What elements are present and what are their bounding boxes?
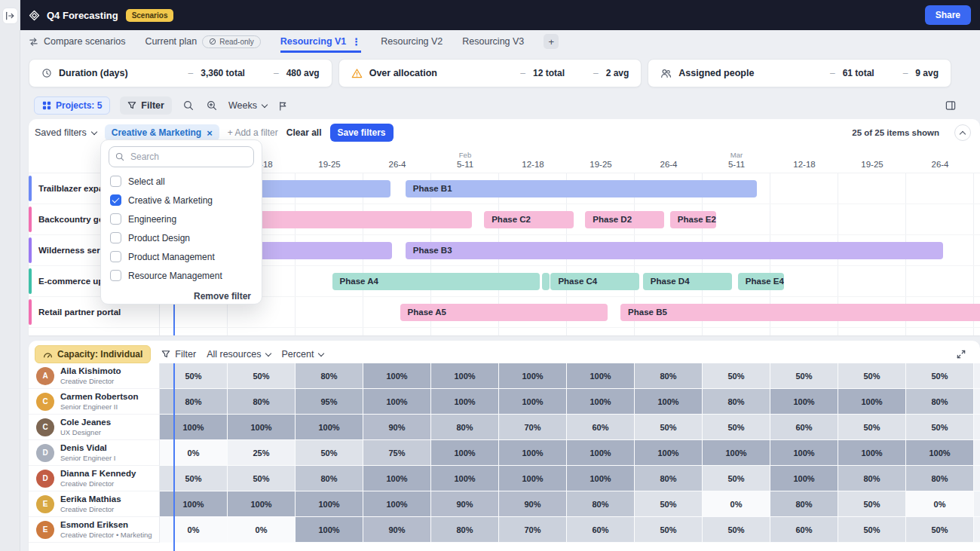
search-icon[interactable]: [182, 99, 195, 112]
side-panel-toggle-icon[interactable]: [944, 99, 957, 112]
person-cell[interactable]: DDenis VidalSenior Engineer I: [29, 440, 160, 466]
capacity-cell[interactable]: 100%: [499, 440, 567, 466]
share-button[interactable]: Share: [925, 5, 971, 25]
checkbox-icon[interactable]: [110, 194, 121, 206]
checkbox-icon[interactable]: [110, 232, 121, 243]
capacity-cell[interactable]: 100%: [567, 389, 635, 415]
capacity-cell[interactable]: 100%: [431, 466, 499, 491]
capacity-cell[interactable]: 50%: [906, 517, 974, 543]
gantt-bar-phase-e4[interactable]: Phase E4: [738, 273, 784, 290]
capacity-cell[interactable]: 100%: [363, 363, 431, 389]
expand-icon[interactable]: [954, 347, 968, 361]
collapse-panel-button[interactable]: [954, 124, 971, 141]
capacity-cell[interactable]: 90%: [363, 415, 431, 440]
tab-current-plan[interactable]: Current plan Read-only: [145, 30, 260, 53]
filter-option-resource-management[interactable]: Resource Management: [101, 266, 262, 285]
capacity-cell[interactable]: 100%: [296, 415, 363, 440]
capacity-cell[interactable]: 100%: [363, 491, 431, 517]
capacity-cell[interactable]: 50%: [703, 363, 770, 389]
capacity-cell[interactable]: 100%: [431, 363, 499, 389]
capacity-cell[interactable]: 70%: [499, 415, 567, 440]
checkbox-icon[interactable]: [110, 176, 121, 187]
capacity-cell[interactable]: 50%: [635, 491, 703, 517]
capacity-cell[interactable]: 50%: [228, 363, 296, 389]
capacity-cell[interactable]: 0%: [228, 517, 296, 543]
checkbox-icon[interactable]: [110, 270, 121, 281]
tab-resourcing-v3[interactable]: Resourcing V3: [462, 30, 524, 53]
capacity-cell[interactable]: 80%: [296, 466, 363, 491]
filter-option-product-management[interactable]: Product Management: [101, 247, 262, 266]
capacity-cell[interactable]: 100%: [160, 415, 228, 440]
capacity-cell[interactable]: 50%: [703, 415, 770, 440]
capacity-cell[interactable]: 95%: [296, 389, 363, 415]
capacity-cell[interactable]: 0%: [160, 517, 228, 543]
capacity-cell[interactable]: 100%: [770, 466, 838, 491]
capacity-cell[interactable]: 100%: [567, 440, 635, 466]
person-cell[interactable]: EEsmond EriksenCreative Director • Marke…: [29, 517, 160, 543]
remove-filter-button[interactable]: Remove filter: [101, 285, 262, 305]
capacity-cell[interactable]: 50%: [838, 415, 906, 440]
capacity-cell[interactable]: 50%: [838, 517, 906, 543]
gantt-bar-phase-a4[interactable]: Phase A4: [332, 273, 540, 290]
capacity-cell[interactable]: 50%: [296, 440, 363, 466]
tab-menu-icon[interactable]: ⋮: [351, 36, 361, 47]
capacity-cell[interactable]: 80%: [635, 363, 703, 389]
capacity-cell[interactable]: 50%: [228, 466, 296, 491]
capacity-cell[interactable]: 100%: [635, 440, 703, 466]
capacity-cell[interactable]: 50%: [160, 363, 228, 389]
saved-filters-dropdown[interactable]: Saved filters: [35, 127, 96, 138]
capacity-cell[interactable]: 50%: [838, 363, 906, 389]
capacity-mode-chip[interactable]: Capacity: Individual: [35, 345, 151, 363]
person-cell[interactable]: CCole JeanesUX Designer: [29, 415, 160, 440]
person-cell[interactable]: CCarmen RobertsonSenior Engineer II: [29, 389, 160, 415]
capacity-cell[interactable]: 80%: [838, 466, 906, 491]
filter-search-input[interactable]: [129, 151, 247, 163]
person-cell[interactable]: DDianna F KennedyCreative Director: [29, 466, 160, 491]
capacity-cell[interactable]: 80%: [431, 415, 499, 440]
capacity-cell[interactable]: 100%: [906, 440, 974, 466]
filter-option-product-design[interactable]: Product Design: [101, 228, 262, 247]
expand-sidebar-button[interactable]: [2, 8, 18, 24]
capacity-cell[interactable]: 100%: [567, 466, 635, 491]
checkbox-icon[interactable]: [110, 213, 121, 225]
tab-resourcing-v1[interactable]: Resourcing V1 ⋮: [280, 30, 362, 53]
capacity-cell[interactable]: 50%: [838, 491, 906, 517]
capacity-cell[interactable]: 50%: [703, 466, 770, 491]
capacity-cell[interactable]: 80%: [635, 466, 703, 491]
filter-button[interactable]: Filter: [120, 96, 172, 115]
capacity-cell[interactable]: 80%: [906, 389, 974, 415]
capacity-cell[interactable]: 100%: [160, 491, 228, 517]
capacity-cell[interactable]: 100%: [838, 389, 906, 415]
gantt-bar-phase-c2[interactable]: Phase C2: [484, 211, 574, 228]
capacity-cell[interactable]: 90%: [431, 491, 499, 517]
capacity-cell[interactable]: 90%: [499, 491, 567, 517]
capacity-cell[interactable]: 60%: [770, 517, 838, 543]
capacity-cell[interactable]: 60%: [567, 415, 635, 440]
capacity-cell[interactable]: 90%: [363, 517, 431, 543]
flag-icon[interactable]: [277, 99, 289, 112]
capacity-cell[interactable]: 100%: [770, 389, 838, 415]
gantt-bar-phase-d4[interactable]: Phase D4: [643, 273, 732, 290]
capacity-cell[interactable]: 100%: [499, 363, 567, 389]
capacity-cell[interactable]: 0%: [160, 440, 228, 466]
capacity-cell[interactable]: 60%: [770, 415, 838, 440]
capacity-cell[interactable]: 100%: [770, 440, 838, 466]
checkbox-icon[interactable]: [110, 251, 121, 262]
capacity-cell[interactable]: 50%: [635, 415, 703, 440]
capacity-cell[interactable]: 100%: [703, 440, 770, 466]
capacity-cell[interactable]: 80%: [770, 491, 838, 517]
capacity-cell[interactable]: 100%: [635, 389, 703, 415]
capacity-cell[interactable]: 50%: [635, 517, 703, 543]
resources-dropdown[interactable]: All resources: [207, 349, 271, 360]
remove-filter-chip-icon[interactable]: ×: [207, 128, 213, 138]
gantt-bar-phase-e2[interactable]: Phase E2: [670, 211, 716, 228]
gantt-bar-phase-c4[interactable]: Phase C4: [550, 273, 639, 290]
unit-dropdown[interactable]: Percent: [281, 349, 323, 360]
tab-compare-scenarios[interactable]: Compare scenarios: [29, 30, 125, 53]
capacity-cell[interactable]: 100%: [431, 440, 499, 466]
capacity-filter-button[interactable]: Filter: [161, 349, 196, 360]
filter-option-creative-marketing[interactable]: Creative & Marketing: [101, 191, 262, 210]
capacity-cell[interactable]: 100%: [838, 440, 906, 466]
clear-all-button[interactable]: Clear all: [286, 127, 322, 138]
capacity-cell[interactable]: 100%: [228, 491, 296, 517]
